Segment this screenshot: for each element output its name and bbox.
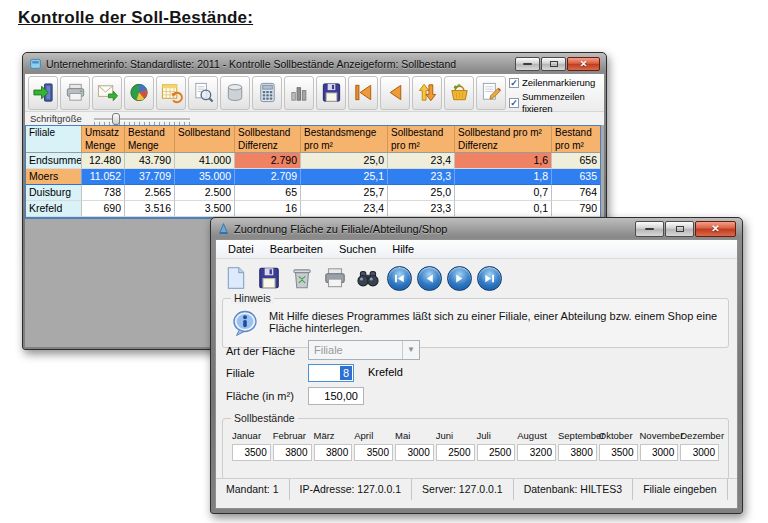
column-header-sollbestand-differenz[interactable]: Sollbestand Differenz [235,126,301,153]
nav-first-button[interactable] [387,266,412,291]
table-row-endsumme[interactable]: Endsumme 12.480 43.790 41.000 2.790 25,0… [26,153,600,169]
delete-icon [289,265,315,291]
nav-first-button[interactable] [348,76,378,110]
month-label: Juli [477,430,516,444]
minimize-icon [645,228,654,230]
flaeche-label: Fläche (in m²) [226,390,294,402]
app-icon [217,222,230,235]
table-options: ✓ Zeilenmarkierung ✓ Summenzeilen fixier… [509,77,601,117]
month-label: März [314,430,353,444]
column-header-umsatz-menge[interactable]: Umsatz Menge [82,126,125,153]
table-row-moers-selected[interactable]: Moers 11.052 37.709 35.000 2.709 25,1 23… [26,169,600,185]
edit-document-icon [480,81,503,104]
basket-button[interactable] [444,76,474,110]
checkbox-zeilenmarkierung[interactable]: ✓ Zeilenmarkierung [509,77,601,89]
month-input-mai[interactable]: 3000 [395,444,434,461]
close-button[interactable]: ✕ [695,221,736,237]
statusbar: Mandant: 1 IP-Adresse: 127.0.0.1 Server:… [216,478,737,500]
column-header-sollbestand-pro-m2[interactable]: Sollbestand pro m² [388,126,455,153]
month-label: Oktober [599,430,638,444]
art-der-flaeche-select[interactable]: Filiale ▼ [308,340,420,360]
month-input-maerz[interactable]: 3800 [314,444,353,461]
basket-icon [448,81,471,104]
menu-datei[interactable]: Datei [220,241,262,257]
save-button[interactable] [316,76,346,110]
column-header-filiale[interactable]: Filiale [26,126,82,153]
month-input-februar[interactable]: 3800 [273,444,312,461]
nav-previous-button[interactable] [380,76,410,110]
cell-bestand-m2: 656 [552,153,600,169]
column-header-bestandsmenge-pro-m2[interactable]: Bestandsmenge pro m² [301,126,388,153]
font-size-slider[interactable] [94,113,190,125]
database-button[interactable] [220,76,250,110]
month-input-juli[interactable]: 2500 [477,444,516,461]
search-button[interactable] [354,264,382,292]
save-button[interactable] [255,264,283,292]
month-input-august[interactable]: 3200 [517,444,556,461]
art-der-flaeche-label: Art der Fläche [226,345,295,357]
back-toolbar: ✓ Zeilenmarkierung ✓ Summenzeilen fixier… [25,74,604,112]
nav-previous-button[interactable] [417,266,442,291]
month-input-september[interactable]: 3800 [558,444,597,461]
month-input-januar[interactable]: 3500 [232,444,271,461]
delete-button[interactable] [288,264,316,292]
month-input-april[interactable]: 3500 [354,444,393,461]
print-button[interactable] [321,264,349,292]
table-row-duisburg[interactable]: Duisburg 738 2.565 2.500 65 25,7 25,0 0,… [26,185,600,201]
new-document-button[interactable] [222,264,250,292]
minimize-button[interactable] [515,57,540,71]
calculator-button[interactable] [252,76,282,110]
print-button[interactable] [60,76,90,110]
maximize-button[interactable] [665,221,694,237]
cell-bestandsmenge-m2: 25,0 [301,153,388,169]
month-input-dezember[interactable]: 3000 [680,444,719,461]
bar-chart-button[interactable] [284,76,314,110]
table-row-krefeld[interactable]: Krefeld 690 3.516 3.500 16 23,4 23,3 0,1… [26,201,600,217]
column-header-bestand-menge[interactable]: Bestand Menge [125,126,175,153]
filiale-input[interactable]: 8 [308,364,354,382]
close-button[interactable]: ✕ [567,57,600,71]
cell-soll-m2-differenz: 1,6 [455,153,552,169]
column-header-sollbestand[interactable]: Sollbestand [175,126,235,153]
pie-chart-button[interactable] [124,76,154,110]
cell-soll-differenz: 16 [235,201,301,217]
column-header-sollbestand-pro-m2-differenz[interactable]: Sollbestand pro m² Differenz [455,126,552,153]
cell-bestand: 43.790 [125,153,175,169]
exit-button[interactable] [28,76,58,110]
checkbox-checked-icon: ✓ [509,78,519,88]
month-label: Mai [395,430,434,444]
cell-filiale: Duisburg [26,185,82,201]
menu-bearbeiten[interactable]: Bearbeiten [262,241,331,257]
flaeche-input[interactable]: 150,00 [308,387,364,405]
calendar-refresh-button[interactable] [156,76,186,110]
nav-last-button[interactable] [477,266,502,291]
back-window-titlebar[interactable]: Unternehmerinfo: Standardliste: 2011 - K… [23,53,606,74]
month-input-oktober[interactable]: 3500 [599,444,638,461]
nav-last-icon [482,271,497,286]
nav-next-button[interactable] [447,266,472,291]
month-input-juni[interactable]: 2500 [436,444,475,461]
cell-bestand: 37.709 [125,169,175,185]
menu-hilfe[interactable]: Hilfe [384,241,422,257]
menu-suchen[interactable]: Suchen [331,241,384,257]
print-preview-button[interactable] [188,76,218,110]
cell-soll-m2-differenz: 0,7 [455,185,552,201]
desktop: Kontrolle der Soll-Bestände: Unternehmer… [0,0,768,523]
slider-thumb[interactable] [112,113,120,125]
maximize-button[interactable] [541,57,566,71]
sollbestaende-label: Sollbestände [231,412,298,424]
front-window-titlebar[interactable]: Zuordnung Fläche zu Filiale/Abteilung/Sh… [211,218,742,239]
status-mandant: Mandant: 1 [216,479,290,500]
months-grid: Januar3500 Februar3800 März3800 April350… [232,430,719,461]
cell-bestand-m2: 790 [552,201,600,217]
cell-bestandsmenge-m2: 25,7 [301,185,388,201]
column-header-bestand-pro-m2[interactable]: Bestand pro m² [552,126,600,153]
cell-filiale: Moers [26,169,82,185]
sort-up-down-button[interactable] [412,76,442,110]
status-server: Server: 127.0.0.1 [412,479,514,500]
send-mail-button[interactable] [92,76,122,110]
edit-document-button[interactable] [476,76,506,110]
cell-soll-differenz: 2.790 [235,153,301,169]
minimize-button[interactable] [635,221,664,237]
month-input-november[interactable]: 3000 [640,444,679,461]
